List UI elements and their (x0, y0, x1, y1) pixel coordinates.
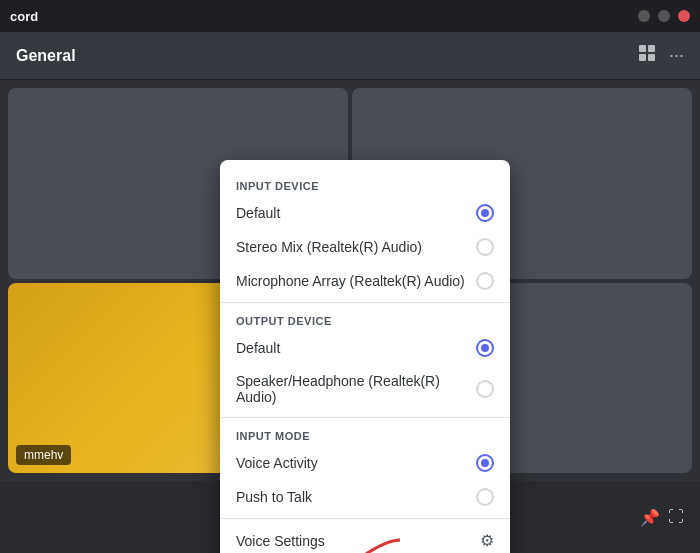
input-stereo-radio[interactable] (476, 238, 494, 256)
push-to-talk-item[interactable]: Push to Talk (220, 480, 510, 514)
push-to-talk-radio[interactable] (476, 488, 494, 506)
input-stereo-label: Stereo Mix (Realtek(R) Audio) (236, 239, 422, 255)
grid-icon[interactable] (637, 43, 657, 68)
output-default-radio[interactable] (476, 339, 494, 357)
user-label-mmehv: mmehv (16, 445, 71, 465)
toolbar-right-actions: 📌 ⛶ (640, 508, 684, 527)
more-options-icon[interactable]: ··· (669, 45, 684, 66)
divider-2 (220, 417, 510, 418)
input-microphone-label: Microphone Array (Realtek(R) Audio) (236, 273, 465, 289)
minimize-btn[interactable] (638, 10, 650, 22)
input-stereo-item[interactable]: Stereo Mix (Realtek(R) Audio) (220, 230, 510, 264)
input-default-item[interactable]: Default (220, 196, 510, 230)
output-default-item[interactable]: Default (220, 331, 510, 365)
fullscreen-icon[interactable]: ⛶ (668, 508, 684, 527)
titlebar: cord (0, 0, 700, 32)
gear-icon[interactable]: ⚙ (480, 531, 494, 550)
titlebar-controls (638, 10, 690, 22)
svg-rect-3 (648, 54, 655, 61)
output-speaker-label: Speaker/Headphone (Realtek(R) Audio) (236, 373, 476, 405)
input-microphone-item[interactable]: Microphone Array (Realtek(R) Audio) (220, 264, 510, 298)
radio-inner (481, 209, 489, 217)
input-device-section-title: INPUT DEVICE (220, 172, 510, 196)
output-default-label: Default (236, 340, 280, 356)
svg-rect-2 (639, 54, 646, 61)
close-btn[interactable] (678, 10, 690, 22)
voice-activity-radio[interactable] (476, 454, 494, 472)
output-speaker-radio[interactable] (476, 380, 494, 398)
divider-1 (220, 302, 510, 303)
main-content: meh23 mmehv INPUT DEVICE Default Stereo … (0, 80, 700, 553)
input-default-radio[interactable] (476, 204, 494, 222)
radio-inner-3 (481, 459, 489, 467)
header-actions: ··· (637, 43, 684, 68)
output-speaker-item[interactable]: Speaker/Headphone (Realtek(R) Audio) (220, 365, 510, 413)
voice-settings-row[interactable]: Voice Settings ⚙ (220, 523, 510, 553)
pin-icon[interactable]: 📌 (640, 508, 660, 527)
input-microphone-radio[interactable] (476, 272, 494, 290)
page-title: General (16, 47, 76, 65)
svg-rect-0 (639, 45, 646, 52)
app-header: General ··· (0, 32, 700, 80)
push-to-talk-label: Push to Talk (236, 489, 312, 505)
voice-activity-item[interactable]: Voice Activity (220, 446, 510, 480)
svg-rect-1 (648, 45, 655, 52)
maximize-btn[interactable] (658, 10, 670, 22)
audio-settings-dropdown: INPUT DEVICE Default Stereo Mix (Realtek… (220, 160, 510, 553)
divider-3 (220, 518, 510, 519)
voice-activity-label: Voice Activity (236, 455, 318, 471)
input-mode-section-title: INPUT MODE (220, 422, 510, 446)
voice-settings-label: Voice Settings (236, 533, 325, 549)
input-default-label: Default (236, 205, 280, 221)
titlebar-title: cord (10, 9, 38, 24)
radio-inner-2 (481, 344, 489, 352)
output-device-section-title: OUTPUT DEVICE (220, 307, 510, 331)
